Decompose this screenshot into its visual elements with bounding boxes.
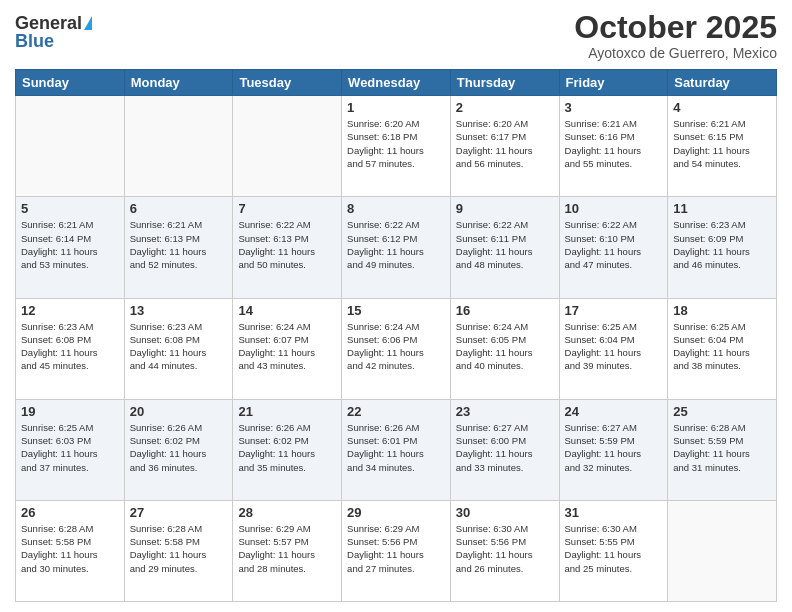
day-number: 9 bbox=[456, 201, 554, 216]
table-row: 6Sunrise: 6:21 AM Sunset: 6:13 PM Daylig… bbox=[124, 197, 233, 298]
table-row: 27Sunrise: 6:28 AM Sunset: 5:58 PM Dayli… bbox=[124, 500, 233, 601]
day-info: Sunrise: 6:20 AM Sunset: 6:18 PM Dayligh… bbox=[347, 117, 445, 170]
header-day: Tuesday bbox=[233, 70, 342, 96]
day-number: 19 bbox=[21, 404, 119, 419]
day-number: 24 bbox=[565, 404, 663, 419]
table-row bbox=[233, 96, 342, 197]
day-number: 6 bbox=[130, 201, 228, 216]
day-info: Sunrise: 6:28 AM Sunset: 5:59 PM Dayligh… bbox=[673, 421, 771, 474]
day-info: Sunrise: 6:26 AM Sunset: 6:01 PM Dayligh… bbox=[347, 421, 445, 474]
table-row: 18Sunrise: 6:25 AM Sunset: 6:04 PM Dayli… bbox=[668, 298, 777, 399]
day-number: 2 bbox=[456, 100, 554, 115]
calendar-week: 19Sunrise: 6:25 AM Sunset: 6:03 PM Dayli… bbox=[16, 399, 777, 500]
table-row: 2Sunrise: 6:20 AM Sunset: 6:17 PM Daylig… bbox=[450, 96, 559, 197]
day-number: 17 bbox=[565, 303, 663, 318]
day-info: Sunrise: 6:22 AM Sunset: 6:11 PM Dayligh… bbox=[456, 218, 554, 271]
table-row: 23Sunrise: 6:27 AM Sunset: 6:00 PM Dayli… bbox=[450, 399, 559, 500]
day-info: Sunrise: 6:21 AM Sunset: 6:14 PM Dayligh… bbox=[21, 218, 119, 271]
day-number: 30 bbox=[456, 505, 554, 520]
table-row: 29Sunrise: 6:29 AM Sunset: 5:56 PM Dayli… bbox=[342, 500, 451, 601]
day-number: 25 bbox=[673, 404, 771, 419]
day-info: Sunrise: 6:24 AM Sunset: 6:07 PM Dayligh… bbox=[238, 320, 336, 373]
table-row: 22Sunrise: 6:26 AM Sunset: 6:01 PM Dayli… bbox=[342, 399, 451, 500]
header-day: Sunday bbox=[16, 70, 125, 96]
day-info: Sunrise: 6:22 AM Sunset: 6:10 PM Dayligh… bbox=[565, 218, 663, 271]
table-row: 19Sunrise: 6:25 AM Sunset: 6:03 PM Dayli… bbox=[16, 399, 125, 500]
table-row: 26Sunrise: 6:28 AM Sunset: 5:58 PM Dayli… bbox=[16, 500, 125, 601]
logo-blue: Blue bbox=[15, 32, 54, 50]
day-info: Sunrise: 6:22 AM Sunset: 6:13 PM Dayligh… bbox=[238, 218, 336, 271]
day-info: Sunrise: 6:24 AM Sunset: 6:06 PM Dayligh… bbox=[347, 320, 445, 373]
day-number: 11 bbox=[673, 201, 771, 216]
day-info: Sunrise: 6:23 AM Sunset: 6:08 PM Dayligh… bbox=[130, 320, 228, 373]
day-number: 8 bbox=[347, 201, 445, 216]
header-day: Monday bbox=[124, 70, 233, 96]
day-number: 27 bbox=[130, 505, 228, 520]
day-info: Sunrise: 6:28 AM Sunset: 5:58 PM Dayligh… bbox=[21, 522, 119, 575]
subtitle: Ayotoxco de Guerrero, Mexico bbox=[574, 45, 777, 61]
day-info: Sunrise: 6:23 AM Sunset: 6:08 PM Dayligh… bbox=[21, 320, 119, 373]
day-info: Sunrise: 6:22 AM Sunset: 6:12 PM Dayligh… bbox=[347, 218, 445, 271]
day-info: Sunrise: 6:30 AM Sunset: 5:55 PM Dayligh… bbox=[565, 522, 663, 575]
day-number: 22 bbox=[347, 404, 445, 419]
table-row: 16Sunrise: 6:24 AM Sunset: 6:05 PM Dayli… bbox=[450, 298, 559, 399]
day-number: 3 bbox=[565, 100, 663, 115]
table-row: 25Sunrise: 6:28 AM Sunset: 5:59 PM Dayli… bbox=[668, 399, 777, 500]
day-number: 21 bbox=[238, 404, 336, 419]
calendar-week: 1Sunrise: 6:20 AM Sunset: 6:18 PM Daylig… bbox=[16, 96, 777, 197]
day-info: Sunrise: 6:21 AM Sunset: 6:16 PM Dayligh… bbox=[565, 117, 663, 170]
day-number: 12 bbox=[21, 303, 119, 318]
logo-icon bbox=[84, 16, 92, 30]
table-row: 11Sunrise: 6:23 AM Sunset: 6:09 PM Dayli… bbox=[668, 197, 777, 298]
table-row: 21Sunrise: 6:26 AM Sunset: 6:02 PM Dayli… bbox=[233, 399, 342, 500]
calendar-week: 12Sunrise: 6:23 AM Sunset: 6:08 PM Dayli… bbox=[16, 298, 777, 399]
table-row: 5Sunrise: 6:21 AM Sunset: 6:14 PM Daylig… bbox=[16, 197, 125, 298]
logo-general: General bbox=[15, 14, 82, 32]
header-day: Thursday bbox=[450, 70, 559, 96]
day-number: 18 bbox=[673, 303, 771, 318]
table-row: 15Sunrise: 6:24 AM Sunset: 6:06 PM Dayli… bbox=[342, 298, 451, 399]
table-row: 20Sunrise: 6:26 AM Sunset: 6:02 PM Dayli… bbox=[124, 399, 233, 500]
table-row: 14Sunrise: 6:24 AM Sunset: 6:07 PM Dayli… bbox=[233, 298, 342, 399]
table-row bbox=[124, 96, 233, 197]
day-info: Sunrise: 6:21 AM Sunset: 6:15 PM Dayligh… bbox=[673, 117, 771, 170]
table-row: 10Sunrise: 6:22 AM Sunset: 6:10 PM Dayli… bbox=[559, 197, 668, 298]
header-row: SundayMondayTuesdayWednesdayThursdayFrid… bbox=[16, 70, 777, 96]
day-number: 28 bbox=[238, 505, 336, 520]
calendar-table: SundayMondayTuesdayWednesdayThursdayFrid… bbox=[15, 69, 777, 602]
table-row: 28Sunrise: 6:29 AM Sunset: 5:57 PM Dayli… bbox=[233, 500, 342, 601]
header-day: Wednesday bbox=[342, 70, 451, 96]
day-info: Sunrise: 6:20 AM Sunset: 6:17 PM Dayligh… bbox=[456, 117, 554, 170]
day-info: Sunrise: 6:26 AM Sunset: 6:02 PM Dayligh… bbox=[238, 421, 336, 474]
day-number: 4 bbox=[673, 100, 771, 115]
day-info: Sunrise: 6:25 AM Sunset: 6:04 PM Dayligh… bbox=[673, 320, 771, 373]
table-row: 8Sunrise: 6:22 AM Sunset: 6:12 PM Daylig… bbox=[342, 197, 451, 298]
table-row: 17Sunrise: 6:25 AM Sunset: 6:04 PM Dayli… bbox=[559, 298, 668, 399]
table-row: 4Sunrise: 6:21 AM Sunset: 6:15 PM Daylig… bbox=[668, 96, 777, 197]
table-row: 24Sunrise: 6:27 AM Sunset: 5:59 PM Dayli… bbox=[559, 399, 668, 500]
page: General Blue October 2025 Ayotoxco de Gu… bbox=[0, 0, 792, 612]
header-day: Friday bbox=[559, 70, 668, 96]
table-row: 3Sunrise: 6:21 AM Sunset: 6:16 PM Daylig… bbox=[559, 96, 668, 197]
header-day: Saturday bbox=[668, 70, 777, 96]
day-number: 13 bbox=[130, 303, 228, 318]
table-row: 13Sunrise: 6:23 AM Sunset: 6:08 PM Dayli… bbox=[124, 298, 233, 399]
calendar-week: 26Sunrise: 6:28 AM Sunset: 5:58 PM Dayli… bbox=[16, 500, 777, 601]
title-area: October 2025 Ayotoxco de Guerrero, Mexic… bbox=[574, 10, 777, 61]
day-number: 15 bbox=[347, 303, 445, 318]
day-info: Sunrise: 6:24 AM Sunset: 6:05 PM Dayligh… bbox=[456, 320, 554, 373]
logo: General Blue bbox=[15, 10, 92, 50]
table-row: 30Sunrise: 6:30 AM Sunset: 5:56 PM Dayli… bbox=[450, 500, 559, 601]
calendar-week: 5Sunrise: 6:21 AM Sunset: 6:14 PM Daylig… bbox=[16, 197, 777, 298]
day-number: 20 bbox=[130, 404, 228, 419]
day-info: Sunrise: 6:25 AM Sunset: 6:03 PM Dayligh… bbox=[21, 421, 119, 474]
day-number: 31 bbox=[565, 505, 663, 520]
day-info: Sunrise: 6:23 AM Sunset: 6:09 PM Dayligh… bbox=[673, 218, 771, 271]
day-number: 16 bbox=[456, 303, 554, 318]
day-info: Sunrise: 6:29 AM Sunset: 5:57 PM Dayligh… bbox=[238, 522, 336, 575]
day-info: Sunrise: 6:27 AM Sunset: 5:59 PM Dayligh… bbox=[565, 421, 663, 474]
table-row: 12Sunrise: 6:23 AM Sunset: 6:08 PM Dayli… bbox=[16, 298, 125, 399]
table-row: 7Sunrise: 6:22 AM Sunset: 6:13 PM Daylig… bbox=[233, 197, 342, 298]
day-number: 29 bbox=[347, 505, 445, 520]
day-number: 26 bbox=[21, 505, 119, 520]
